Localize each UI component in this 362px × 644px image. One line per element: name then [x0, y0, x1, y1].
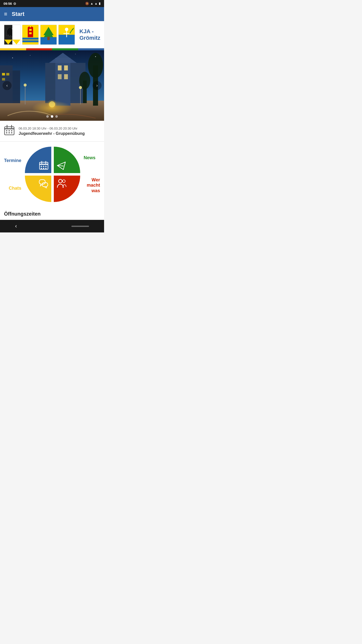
news-label[interactable]: News	[84, 155, 96, 160]
pie-container	[25, 147, 80, 202]
calendar-icon	[4, 125, 15, 137]
signal-icon: ▲	[95, 2, 98, 5]
carousel-image	[0, 50, 104, 121]
coat-arm-4	[58, 25, 75, 45]
svg-rect-11	[29, 32, 32, 34]
svg-rect-58	[11, 130, 12, 131]
status-right: 🔕 ▲ ▲ ▮	[85, 2, 101, 5]
bottom-nav: ‹	[0, 220, 104, 232]
carousel-dot-2[interactable]	[51, 115, 53, 118]
event-info: 06.03.20 18:30 Uhr - 06.03.20 20:30 Uhr …	[19, 127, 85, 136]
logo-section: KJA - Grömitz	[0, 21, 104, 48]
notification-icon: 🔕	[85, 2, 89, 5]
svg-point-76	[59, 179, 62, 183]
battery-icon: ▮	[99, 2, 101, 5]
svg-rect-53	[5, 128, 14, 129]
svg-rect-59	[6, 132, 7, 133]
org-name: KJA - Grömitz	[79, 28, 100, 42]
svg-rect-27	[2, 73, 5, 75]
svg-point-46	[79, 86, 82, 89]
svg-rect-71	[45, 168, 47, 169]
svg-point-48	[12, 58, 13, 58]
event-card: 06.03.20 18:30 Uhr - 06.03.20 20:30 Uhr …	[0, 121, 104, 142]
coat-arms-container	[4, 25, 75, 45]
strip-green	[52, 48, 78, 50]
offnungszeiten-section: Öffnungszeiten	[0, 207, 104, 220]
chats-quadrant[interactable]	[25, 176, 51, 202]
svg-point-20	[65, 28, 68, 31]
carousel: ‹ ›	[0, 50, 104, 121]
svg-rect-69	[41, 168, 42, 169]
coat-arm-1	[4, 25, 21, 45]
carousel-prev-button[interactable]: ‹	[3, 81, 12, 90]
svg-rect-6	[22, 38, 38, 40]
svg-point-50	[95, 56, 96, 57]
svg-rect-60	[9, 132, 10, 133]
carousel-dot-1[interactable]	[46, 115, 49, 118]
news-quadrant[interactable]	[54, 147, 80, 173]
svg-rect-61	[11, 132, 12, 133]
termine-label[interactable]: Termine	[4, 158, 21, 163]
termine-quadrant[interactable]	[25, 147, 51, 173]
carousel-dot-3[interactable]	[55, 115, 58, 118]
wer-macht-was-quadrant[interactable]	[54, 176, 80, 202]
svg-point-77	[62, 180, 65, 183]
offnungszeiten-title: Öffnungszeiten	[4, 211, 41, 217]
svg-rect-63	[39, 164, 48, 165]
page-title: Start	[12, 11, 24, 17]
status-bar: 09:56 ⊙ 🔕 ▲ ▲ ▮	[0, 0, 104, 7]
svg-rect-7	[22, 40, 38, 42]
svg-rect-68	[45, 166, 47, 167]
svg-rect-17	[47, 37, 50, 40]
svg-rect-29	[2, 78, 5, 80]
home-pill[interactable]	[71, 226, 89, 227]
event-time: 06.03.20 18:30 Uhr - 06.03.20 20:30 Uhr	[19, 127, 85, 130]
svg-rect-8	[28, 27, 33, 37]
coat-arm-3	[40, 25, 57, 45]
svg-rect-35	[58, 74, 62, 79]
svg-point-51	[75, 54, 76, 54]
back-button[interactable]: ‹	[15, 223, 17, 229]
chats-label[interactable]: Chats	[9, 186, 21, 191]
pie-menu: Termine Chats	[0, 142, 104, 207]
coat-arm-2	[22, 25, 39, 45]
pie-gap-vertical	[52, 147, 53, 202]
svg-point-47	[49, 101, 55, 107]
svg-point-12	[29, 25, 31, 27]
svg-rect-57	[9, 130, 10, 131]
carousel-next-button[interactable]: ›	[93, 81, 102, 90]
app-bar: ≡ Start	[0, 7, 104, 21]
svg-rect-56	[6, 130, 7, 131]
status-left: 09:56 ⊙	[4, 2, 16, 6]
color-strip	[0, 48, 104, 50]
svg-rect-67	[43, 166, 44, 167]
cast-icon: ⊙	[13, 2, 16, 6]
strip-red	[26, 48, 52, 50]
wer-macht-was-label[interactable]: Wer macht was	[84, 177, 100, 194]
event-title: Jugendfeuerwehr - Gruppenübung	[19, 131, 85, 136]
wifi-icon: ▲	[90, 2, 93, 5]
strip-yellow	[0, 48, 26, 50]
svg-rect-33	[58, 65, 62, 70]
hamburger-menu-icon[interactable]: ≡	[4, 11, 7, 17]
svg-rect-70	[43, 168, 44, 169]
svg-rect-36	[64, 74, 68, 79]
svg-point-44	[24, 84, 27, 87]
status-time: 09:56	[4, 2, 12, 6]
svg-rect-28	[6, 73, 9, 75]
svg-rect-34	[64, 65, 68, 70]
svg-rect-66	[41, 166, 42, 167]
svg-point-49	[30, 55, 30, 56]
svg-rect-31	[55, 58, 70, 106]
carousel-dots	[46, 115, 58, 118]
strip-blue	[78, 48, 104, 50]
svg-rect-10	[29, 29, 32, 31]
